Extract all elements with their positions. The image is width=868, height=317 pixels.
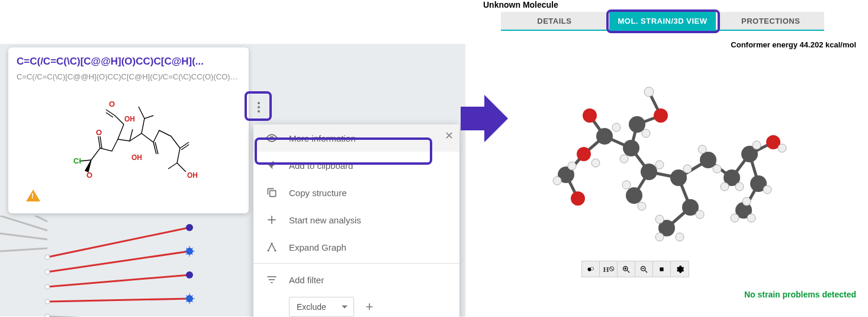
menu-start-analysis[interactable]: Start new analysis xyxy=(253,206,459,233)
svg-point-12 xyxy=(45,299,50,304)
svg-point-57 xyxy=(271,243,272,245)
menu-separator xyxy=(253,263,459,264)
pin-icon xyxy=(265,159,278,172)
context-menu: ✕ More information Add to clipboard Copy… xyxy=(253,124,459,317)
svg-point-9 xyxy=(45,255,50,260)
svg-point-91 xyxy=(626,187,642,204)
menu-add-clipboard[interactable]: Add to clipboard xyxy=(253,152,459,179)
svg-point-112 xyxy=(676,233,684,241)
svg-line-42 xyxy=(79,160,91,161)
svg-point-88 xyxy=(654,108,668,123)
zoom-out-icon[interactable] xyxy=(635,261,653,277)
svg-point-103 xyxy=(591,159,600,167)
tab-details[interactable]: DETAILS xyxy=(501,12,609,30)
graph-icon xyxy=(265,241,278,254)
filter-select-value: Exclude xyxy=(297,302,326,312)
svg-point-126 xyxy=(568,162,576,170)
filter-icon xyxy=(265,273,278,286)
svg-point-121 xyxy=(763,185,771,194)
svg-point-86 xyxy=(623,140,639,156)
menu-item-label: Expand Graph xyxy=(289,242,346,252)
svg-line-41 xyxy=(100,136,102,148)
svg-point-14 xyxy=(186,224,193,231)
menu-item-label: Start new analysis xyxy=(289,215,361,225)
tab-label: PROTECTIONS xyxy=(741,17,800,25)
menu-item-label: Add to clipboard xyxy=(289,161,353,171)
svg-point-90 xyxy=(641,164,657,180)
svg-text:O: O xyxy=(109,100,115,108)
svg-point-53 xyxy=(271,137,274,140)
plus-icon xyxy=(265,213,278,226)
svg-point-117 xyxy=(735,182,744,191)
tabs: DETAILS MOL. STRAIN/3D VIEW PROTECTIONS xyxy=(501,12,824,31)
structure-2d: Cl O O O OH OH OH xyxy=(56,89,210,190)
left-panel: C=C(/C=C(\C)[C@@H](O)CC)C[C@H](... C=C(/… xyxy=(0,44,465,316)
svg-point-52 xyxy=(258,110,260,113)
svg-marker-39 xyxy=(85,160,91,172)
svg-text:O: O xyxy=(96,128,102,137)
tab-protections[interactable]: PROTECTIONS xyxy=(717,12,824,30)
zoom-in-icon[interactable] xyxy=(618,261,635,277)
warning-icon[interactable] xyxy=(26,190,40,201)
svg-point-59 xyxy=(274,249,276,251)
svg-line-2 xyxy=(0,233,47,239)
filter-row: Exclude + xyxy=(253,293,459,317)
molecule-card[interactable]: C=C(/C=C(\C)[C@@H](O)CC)C[C@H](... C=C(/… xyxy=(8,47,249,213)
viewer-3d[interactable] xyxy=(513,59,809,267)
svg-line-31 xyxy=(106,110,115,116)
menu-expand-graph[interactable]: Expand Graph xyxy=(253,233,459,261)
svg-point-11 xyxy=(45,284,50,289)
add-filter-button[interactable]: + xyxy=(361,299,378,315)
svg-point-105 xyxy=(620,155,628,163)
filter-select[interactable]: Exclude xyxy=(289,297,354,317)
svg-line-6 xyxy=(47,275,189,287)
tab-label: DETAILS xyxy=(537,17,571,25)
svg-text:OH: OH xyxy=(124,115,135,123)
menu-more-information[interactable]: More information xyxy=(253,124,459,152)
viewer-toolbar: H⦸ xyxy=(581,261,689,277)
svg-point-111 xyxy=(696,210,704,219)
svg-point-10 xyxy=(45,270,50,274)
svg-point-125 xyxy=(553,177,561,185)
svg-point-51 xyxy=(258,106,260,108)
svg-point-106 xyxy=(642,129,650,137)
menu-copy-structure[interactable]: Copy structure xyxy=(253,179,459,206)
svg-line-3 xyxy=(0,248,47,251)
svg-point-118 xyxy=(721,182,729,191)
stop-icon[interactable] xyxy=(653,261,671,277)
more-options-button[interactable] xyxy=(249,97,269,117)
menu-item-label: Add filter xyxy=(289,275,324,285)
svg-point-128 xyxy=(591,267,594,270)
svg-point-119 xyxy=(753,141,761,149)
svg-point-122 xyxy=(747,214,756,222)
svg-point-124 xyxy=(742,197,751,206)
svg-point-123 xyxy=(731,214,739,222)
settings-icon[interactable] xyxy=(671,261,689,277)
strain-status: No strain problems detected xyxy=(744,290,856,299)
close-icon[interactable]: ✕ xyxy=(445,129,454,142)
toggle-hydrogen-icon[interactable]: H⦸ xyxy=(600,261,618,277)
svg-point-83 xyxy=(577,147,591,161)
color-atoms-icon[interactable] xyxy=(582,261,600,277)
svg-line-33 xyxy=(139,107,144,119)
svg-point-109 xyxy=(638,202,646,210)
svg-text:Cl: Cl xyxy=(73,156,81,165)
right-panel: Unknown Molecule DETAILS MOL. STRAIN/3D … xyxy=(483,0,868,317)
page-title: Unknown Molecule xyxy=(483,0,558,9)
menu-item-label: More information xyxy=(289,133,356,143)
eye-icon xyxy=(265,132,278,145)
svg-line-38 xyxy=(168,163,177,169)
tab-label: MOL. STRAIN/3D VIEW xyxy=(618,17,707,25)
svg-line-5 xyxy=(47,251,189,272)
svg-text:OH: OH xyxy=(187,171,198,180)
retro-graph xyxy=(0,216,255,317)
svg-point-108 xyxy=(622,181,631,189)
menu-add-filter[interactable]: Add filter xyxy=(253,266,459,293)
svg-point-114 xyxy=(655,215,664,223)
conformer-energy: Conformer energy 44.202 kcal/mol xyxy=(731,40,856,49)
svg-text:OH: OH xyxy=(131,153,142,162)
svg-point-15 xyxy=(186,271,193,278)
svg-point-115 xyxy=(698,145,706,153)
tab-mol-strain-3d[interactable]: MOL. STRAIN/3D VIEW xyxy=(609,12,718,30)
svg-rect-136 xyxy=(660,267,663,271)
